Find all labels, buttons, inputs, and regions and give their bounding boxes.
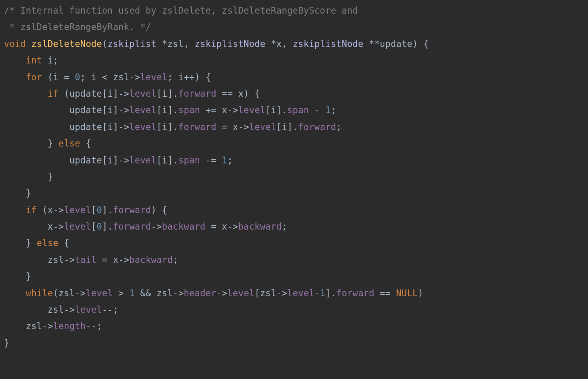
code-line[interactable]: zsl->tail = x->backward; <box>0 252 588 268</box>
code-token: [zsl-> <box>255 288 287 298</box>
code-line[interactable]: zsl->length--; <box>0 318 588 334</box>
code-token: == x) { <box>216 88 260 99</box>
gutter-mark <box>0 268 4 285</box>
code-token: forward <box>113 205 151 215</box>
code-token: (x-> <box>37 205 64 215</box>
gutter-mark <box>0 169 4 185</box>
code-token: ; i < zsl-> <box>80 72 140 82</box>
code-token: zsl-> <box>4 321 53 331</box>
code-token: length <box>53 321 86 331</box>
code-token: 0 <box>97 221 102 232</box>
code-line[interactable]: } <box>0 169 588 185</box>
code-token: i; <box>42 55 59 65</box>
code-token: update[i]-> <box>4 105 129 115</box>
code-token: -= <box>200 155 222 165</box>
code-token: -> <box>151 221 162 232</box>
code-token: (update[i]-> <box>59 88 129 99</box>
code-token <box>4 72 26 82</box>
code-line[interactable]: } <box>0 335 588 351</box>
code-line[interactable]: int i; <box>0 52 588 69</box>
code-token: zskiplist <box>108 39 157 49</box>
code-token: [i]. <box>157 105 178 115</box>
code-token: = x-> <box>97 255 129 265</box>
code-token: level <box>227 288 255 298</box>
code-token <box>4 205 26 215</box>
code-token: level <box>129 88 157 99</box>
code-token: level <box>129 122 157 132</box>
gutter-mark <box>0 218 4 235</box>
code-token: level <box>86 288 113 298</box>
code-token: 1 <box>129 288 135 298</box>
gutter-mark <box>0 318 4 334</box>
code-token: [ <box>91 221 97 232</box>
code-line[interactable]: void zslDeleteNode(zskiplist *zsl, zskip… <box>0 36 588 52</box>
code-line[interactable]: while(zsl->level > 1 && zsl->header->lev… <box>0 285 588 302</box>
code-line[interactable]: update[i]->level[i].forward = x->level[i… <box>0 119 588 135</box>
code-token: level <box>249 122 276 132</box>
gutter-mark <box>0 52 4 69</box>
code-token: backward <box>129 255 173 265</box>
code-token: int <box>26 55 42 65</box>
code-token: ]. <box>102 205 113 215</box>
code-token: zsl-> <box>4 304 75 315</box>
gutter-mark <box>0 119 4 135</box>
code-editor[interactable]: /* Internal function used by zslDelete, … <box>0 0 588 351</box>
code-line[interactable]: if (x->level[0].forward) { <box>0 202 588 218</box>
code-token: x-> <box>4 221 64 232</box>
code-token: forward <box>336 288 374 298</box>
code-token: ; <box>336 122 342 132</box>
gutter-mark <box>0 152 4 169</box>
code-token: level <box>64 221 91 232</box>
code-token: } <box>4 171 53 182</box>
gutter-mark <box>0 335 4 351</box>
code-line[interactable]: update[i]->level[i].span += x->level[i].… <box>0 102 588 118</box>
code-token: ; i++) { <box>167 72 211 82</box>
code-token: level <box>287 288 314 298</box>
code-token: == <box>374 288 396 298</box>
code-token: forward <box>113 221 151 232</box>
code-token: zslDeleteNode <box>31 39 102 49</box>
code-line[interactable]: update[i]->level[i].span -= 1; <box>0 152 588 169</box>
code-token: ; <box>282 221 288 232</box>
code-token: span <box>178 105 200 115</box>
code-token: level <box>75 304 102 315</box>
code-token: NULL <box>396 288 418 298</box>
gutter-mark <box>0 135 4 152</box>
code-token: level <box>129 105 157 115</box>
code-token: ) { <box>151 205 167 215</box>
gutter-mark <box>0 235 4 251</box>
code-line[interactable]: if (update[i]->level[i].forward == x) { <box>0 86 588 102</box>
gutter-mark <box>0 252 4 268</box>
code-line[interactable]: } <box>0 185 588 202</box>
code-token: forward <box>178 122 216 132</box>
code-line[interactable]: } <box>0 268 588 285</box>
gutter-mark <box>0 2 4 19</box>
code-line[interactable]: x->level[0].forward->backward = x->backw… <box>0 218 588 235</box>
code-token: **update) { <box>363 39 429 49</box>
code-line[interactable]: } else { <box>0 135 588 152</box>
code-token: 1 <box>222 155 227 165</box>
code-token: } <box>4 338 10 348</box>
gutter-mark <box>0 19 4 35</box>
code-line[interactable]: * zslDeleteRangeByRank. */ <box>0 19 588 35</box>
code-token: void <box>4 39 26 49</box>
code-line[interactable]: zsl->level--; <box>0 302 588 318</box>
code-token <box>26 39 31 49</box>
code-token: ; <box>331 105 337 115</box>
code-token: * zslDeleteRangeByRank. */ <box>4 22 151 32</box>
code-token: ; <box>173 255 178 265</box>
code-token: while <box>26 288 53 298</box>
code-line[interactable]: /* Internal function used by zslDelete, … <box>0 2 588 19</box>
code-line[interactable]: for (i = 0; i < zsl->level; i++) { <box>0 69 588 86</box>
code-token: { <box>80 138 91 149</box>
code-line[interactable]: } else { <box>0 235 588 251</box>
code-token: - <box>314 288 320 298</box>
code-token: backward <box>162 221 205 232</box>
code-token: span <box>287 105 309 115</box>
code-token <box>4 55 26 65</box>
code-token: - <box>309 105 325 115</box>
code-token: { <box>59 238 69 248</box>
code-token: ]. <box>102 221 113 232</box>
code-token: -> <box>216 288 227 298</box>
code-token: zskiplistNode <box>195 39 265 49</box>
